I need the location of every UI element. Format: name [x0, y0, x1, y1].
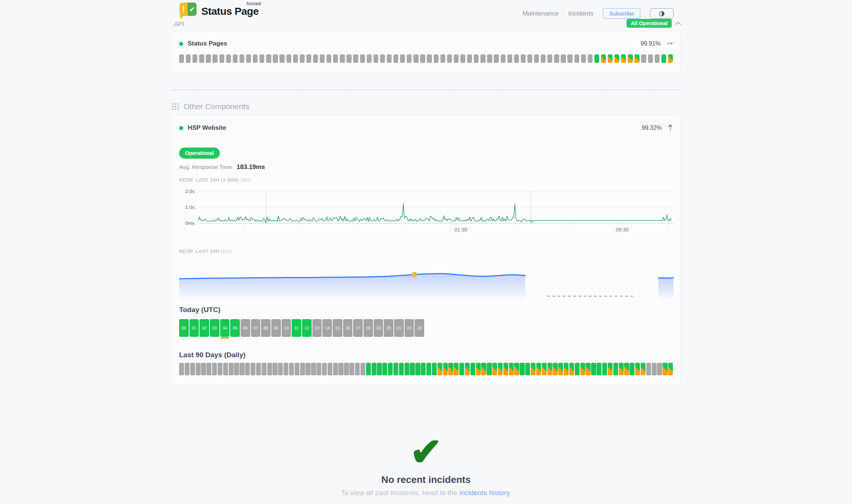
- all-operational-badge[interactable]: All Operational: [627, 19, 672, 28]
- hour-block-07[interactable]: 07: [251, 319, 261, 337]
- hour-block-13[interactable]: 13: [312, 319, 322, 337]
- theme-toggle-button[interactable]: [650, 8, 674, 19]
- uptime-block[interactable]: [322, 363, 327, 375]
- hour-block-16[interactable]: 16: [343, 319, 353, 337]
- uptime-block[interactable]: [547, 363, 552, 375]
- uptime-block[interactable]: [509, 363, 514, 375]
- uptime-block[interactable]: [597, 363, 601, 375]
- uptime-block[interactable]: [514, 54, 519, 63]
- uptime-block[interactable]: [293, 54, 298, 63]
- uptime-block[interactable]: [586, 363, 590, 375]
- hour-block-12[interactable]: 12: [302, 319, 312, 337]
- hour-block-08[interactable]: 08: [261, 319, 271, 337]
- uptime-block[interactable]: [474, 54, 479, 63]
- uptime-block[interactable]: [542, 363, 547, 375]
- uptime-block[interactable]: [447, 54, 452, 63]
- hour-block-20[interactable]: 20: [384, 319, 393, 337]
- uptime-block[interactable]: [580, 363, 585, 375]
- uptime-block[interactable]: [245, 363, 250, 375]
- uptime-block[interactable]: [569, 363, 574, 375]
- uptime-block[interactable]: [338, 363, 343, 375]
- uptime-block[interactable]: [233, 54, 238, 63]
- uptime-block[interactable]: [454, 54, 459, 63]
- uptime-block[interactable]: [251, 363, 255, 375]
- uptime-block[interactable]: [470, 363, 475, 375]
- uptime-block[interactable]: [440, 54, 445, 63]
- uptime-block[interactable]: [476, 363, 481, 375]
- hour-block-03[interactable]: 03: [210, 319, 219, 337]
- uptime-block[interactable]: [410, 363, 415, 375]
- hour-block-04[interactable]: 04: [220, 319, 230, 337]
- hour-block-01[interactable]: 01: [189, 319, 199, 337]
- uptime-block[interactable]: [624, 363, 629, 375]
- uptime-block[interactable]: [306, 54, 311, 63]
- uptime-block[interactable]: [591, 363, 596, 375]
- nav-maintenance[interactable]: Maintenance: [523, 10, 559, 17]
- uptime-block[interactable]: [399, 363, 404, 375]
- uptime-block[interactable]: [541, 54, 546, 63]
- uptime-block[interactable]: [311, 363, 316, 375]
- uptime-block[interactable]: [427, 54, 432, 63]
- uptime-block[interactable]: [413, 54, 418, 63]
- uptime-block[interactable]: [501, 54, 506, 63]
- uptime-block[interactable]: [246, 54, 251, 63]
- uptime-block[interactable]: [179, 54, 184, 63]
- uptime-block[interactable]: [527, 54, 532, 63]
- uptime-block[interactable]: [192, 54, 197, 63]
- uptime-block[interactable]: [454, 363, 459, 375]
- uptime-block[interactable]: [284, 363, 288, 375]
- uptime-block[interactable]: [262, 363, 266, 375]
- uptime-block[interactable]: [432, 363, 437, 375]
- uptime-block[interactable]: [360, 363, 365, 375]
- uptime-block[interactable]: [655, 54, 660, 63]
- uptime-block[interactable]: [201, 363, 206, 375]
- uptime-block[interactable]: [199, 54, 204, 63]
- uptime-block[interactable]: [628, 54, 633, 63]
- uptime-block[interactable]: [186, 54, 191, 63]
- uptime-block[interactable]: [564, 363, 568, 375]
- uptime-block[interactable]: [223, 363, 228, 375]
- uptime-block[interactable]: [353, 54, 358, 63]
- uptime-block[interactable]: [613, 363, 618, 375]
- uptime-block[interactable]: [333, 363, 338, 375]
- uptime-block[interactable]: [561, 54, 566, 63]
- uptime-block[interactable]: [668, 54, 673, 63]
- uptime-block[interactable]: [558, 363, 563, 375]
- uptime-block[interactable]: [267, 363, 272, 375]
- nav-incidents[interactable]: Incidents: [568, 10, 593, 17]
- uptime-block[interactable]: [393, 54, 398, 63]
- uptime-block[interactable]: [305, 363, 310, 375]
- incidents-history-link[interactable]: incidents history: [459, 489, 509, 497]
- hour-block-00[interactable]: 00: [179, 319, 189, 337]
- uptime-block[interactable]: [273, 54, 278, 63]
- uptime-block[interactable]: [316, 363, 321, 375]
- uptime-block[interactable]: [521, 54, 526, 63]
- uptime-block[interactable]: [581, 54, 586, 63]
- uptime-block[interactable]: [407, 54, 412, 63]
- uptime-block[interactable]: [498, 363, 503, 375]
- uptime-block[interactable]: [333, 54, 338, 63]
- uptime-block[interactable]: [534, 54, 539, 63]
- uptime-block[interactable]: [536, 363, 541, 375]
- uptime-block[interactable]: [367, 54, 372, 63]
- uptime-block[interactable]: [641, 363, 645, 375]
- uptime-block[interactable]: [574, 54, 579, 63]
- uptime-block[interactable]: [594, 54, 599, 63]
- uptime-block[interactable]: [554, 54, 559, 63]
- uptime-block[interactable]: [420, 54, 425, 63]
- hour-block-11[interactable]: 11: [292, 319, 301, 337]
- uptime-block[interactable]: [196, 363, 201, 375]
- uptime-block[interactable]: [300, 363, 305, 375]
- uptime-block[interactable]: [185, 363, 189, 375]
- uptime-block[interactable]: [229, 363, 234, 375]
- uptime-block[interactable]: [388, 363, 393, 375]
- uptime-block[interactable]: [492, 363, 497, 375]
- uptime-block[interactable]: [313, 54, 318, 63]
- uptime-block[interactable]: [487, 363, 492, 375]
- uptime-block[interactable]: [340, 54, 345, 63]
- uptime-block[interactable]: [355, 363, 360, 375]
- uptime-block[interactable]: [400, 54, 405, 63]
- hour-block-19[interactable]: 19: [374, 319, 383, 337]
- uptime-block[interactable]: [494, 54, 499, 63]
- hour-block-09[interactable]: 09: [271, 319, 281, 337]
